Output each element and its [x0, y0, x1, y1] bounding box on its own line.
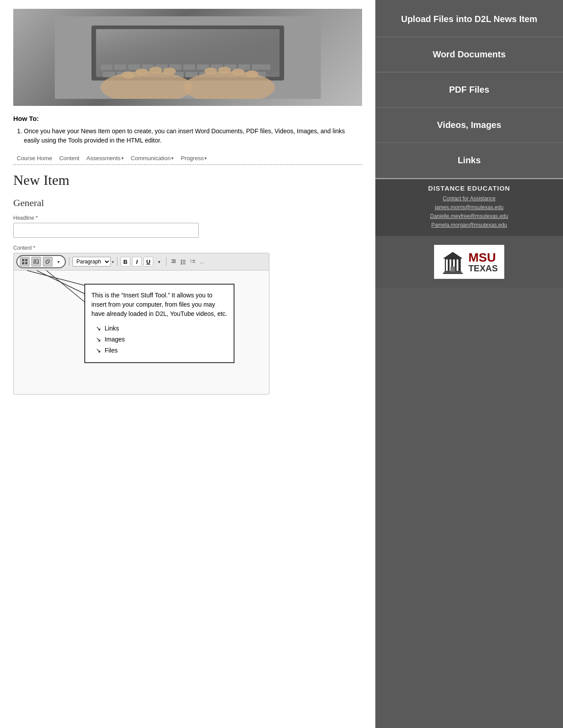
email-danielle[interactable]: Danielle.meyfree@msutexas.edu — [382, 213, 556, 219]
chevron-down-icon: ▾ — [121, 156, 124, 161]
nav-item-communication[interactable]: Communication ▾ — [127, 154, 177, 162]
sidebar-item-links[interactable]: Links — [375, 143, 563, 178]
svg-rect-67 — [443, 273, 463, 274]
svg-line-57 — [37, 270, 87, 295]
svg-point-34 — [218, 67, 231, 74]
svg-rect-40 — [25, 262, 27, 264]
svg-rect-10 — [183, 64, 195, 70]
svg-rect-60 — [446, 259, 448, 271]
headline-label: Headline * — [13, 215, 362, 221]
callout-list: ↘ Links ↘ Images ↘ Files — [91, 323, 227, 356]
format-dropdown-arrow[interactable]: ▾ — [155, 258, 163, 266]
email-james[interactable]: james.morris@msutexas.edu — [382, 204, 556, 210]
svg-point-50 — [181, 263, 182, 265]
chevron-down-icon-progress: ▾ — [204, 156, 207, 161]
content-editor: ▾ Paragraph ▾ B I U ▾ — [13, 253, 269, 394]
msu-building-icon — [441, 250, 465, 274]
toolbar-dropdown-arrow[interactable]: ▾ — [54, 258, 62, 266]
editor-toolbar: ▾ Paragraph ▾ B I U ▾ — [14, 253, 269, 270]
bullet-list-button[interactable] — [179, 258, 187, 266]
bold-button[interactable]: B — [121, 257, 130, 266]
italic-button[interactable]: I — [132, 257, 142, 266]
separator-1 — [69, 257, 69, 266]
insert-tools-group: ▾ — [16, 255, 66, 268]
svg-rect-37 — [22, 259, 24, 261]
list-icon — [180, 259, 186, 265]
sidebar-item-pdf-files[interactable]: PDF Files — [375, 72, 563, 108]
svg-rect-39 — [22, 262, 24, 264]
svg-point-48 — [181, 262, 182, 263]
numbered-list-button[interactable]: 1. 2. — [189, 258, 197, 266]
callout-item-links: ↘ Links — [96, 323, 227, 334]
page-title: New Item — [13, 172, 362, 188]
svg-point-30 — [136, 68, 148, 76]
sidebar-logo-area: MSU TEXAS — [375, 236, 563, 288]
how-to-step-1: Once you have your News Item open to cre… — [24, 127, 362, 145]
svg-marker-64 — [443, 252, 463, 259]
svg-point-33 — [204, 68, 217, 75]
svg-rect-63 — [457, 259, 458, 271]
contact-for-assistance[interactable]: Contact for Assistance — [382, 195, 556, 202]
insert-icon — [22, 259, 27, 264]
keyboard-svg — [22, 16, 354, 99]
hero-image-inner — [13, 9, 362, 106]
dropdown-arrow-icon: ▾ — [112, 259, 114, 264]
main-content: How To: Once you have your News Item ope… — [0, 0, 375, 728]
how-to-list: Once you have your News Item open to cre… — [13, 127, 362, 145]
more-options: … — [200, 259, 205, 265]
headline-input[interactable] — [13, 223, 199, 238]
svg-point-36 — [246, 70, 258, 78]
svg-rect-15 — [252, 64, 270, 70]
svg-rect-5 — [114, 64, 126, 70]
align-right-button[interactable] — [170, 258, 178, 266]
svg-point-29 — [121, 71, 134, 79]
nav-item-content[interactable]: Content — [56, 154, 83, 162]
numbered-list-icon: 1. 2. — [190, 259, 196, 265]
msu-text-group: MSU TEXAS — [469, 251, 498, 273]
svg-point-35 — [232, 68, 245, 76]
link-icon — [45, 259, 50, 264]
svg-rect-38 — [25, 259, 27, 261]
editor-content-area[interactable]: This is the “Insert Stuff Tool.” It allo… — [14, 270, 269, 394]
separator-2 — [117, 257, 117, 266]
image-icon — [34, 259, 39, 264]
distance-education-section: DISTANCE EDUCATION Contact for Assistanc… — [375, 178, 563, 236]
svg-rect-6 — [128, 64, 140, 70]
msu-label: MSU — [469, 251, 498, 264]
svg-rect-65 — [450, 266, 455, 272]
texas-label: TEXAS — [469, 264, 498, 273]
align-icon — [170, 259, 177, 265]
underline-button[interactable]: U — [144, 257, 153, 266]
bullet-arrow-images: ↘ — [96, 336, 101, 343]
bullet-arrow-files: ↘ — [96, 347, 101, 354]
svg-rect-4 — [101, 64, 113, 70]
sidebar-item-word-documents[interactable]: Word Documents — [375, 37, 563, 72]
section-title: General — [13, 197, 362, 209]
insert-image-button[interactable] — [31, 257, 41, 266]
callout-item-files: ↘ Files — [96, 345, 227, 356]
nav-bar: Course Home Content Assessments ▾ Commun… — [13, 154, 362, 165]
nav-item-progress[interactable]: Progress ▾ — [177, 154, 210, 162]
nav-progress-label: Progress — [181, 155, 204, 161]
nav-item-course-home[interactable]: Course Home — [13, 154, 56, 162]
sidebar-item-upload-files[interactable]: Upload Files into D2L News Item — [375, 0, 563, 37]
hero-image — [13, 9, 362, 106]
nav-assessments-label: Assessments — [87, 155, 121, 161]
how-to-section: How To: Once you have your News Item ope… — [13, 115, 362, 145]
insert-stuff-button[interactable] — [20, 257, 30, 266]
nav-communication-label: Communication — [131, 155, 170, 161]
paragraph-dropdown[interactable]: Paragraph — [72, 257, 111, 266]
nav-item-assessments[interactable]: Assessments ▾ — [83, 154, 127, 162]
distance-education-title: DISTANCE EDUCATION — [382, 184, 556, 192]
bullet-arrow-links: ↘ — [96, 325, 101, 332]
insert-link-button[interactable] — [43, 257, 53, 266]
sidebar-item-videos-images[interactable]: Videos, Images — [375, 108, 563, 143]
headline-field-group: Headline * — [13, 215, 362, 238]
callout-item-images: ↘ Images — [96, 334, 227, 345]
separator-3 — [166, 257, 166, 266]
email-pamela[interactable]: Pamela.morgan@msutexas.edu — [382, 222, 556, 228]
svg-line-58 — [46, 270, 87, 304]
svg-text:2.: 2. — [190, 260, 192, 263]
msu-texas-logo: MSU TEXAS — [434, 245, 505, 279]
sidebar: Upload Files into D2L News Item Word Doc… — [375, 0, 563, 728]
